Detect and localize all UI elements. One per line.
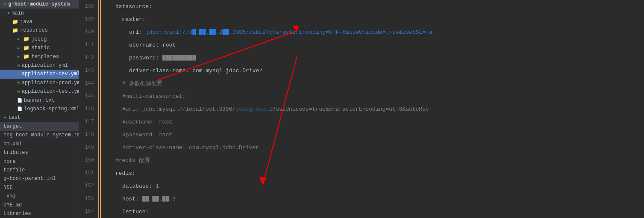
sidebar-item-templates[interactable]: ▸ 📁 templates <box>0 52 79 61</box>
line-number: 144 <box>79 80 98 86</box>
sidebar-item-application-test-yml[interactable]: ⚙ application-test.yml <box>0 87 79 96</box>
sidebar-item-jeecg[interactable]: ▸ 📁 jeecg <box>0 35 79 44</box>
line-number: 141 <box>79 42 98 48</box>
code-line-139: 139 master: <box>79 13 644 26</box>
code-line-149: 149 #driver-class-name: com.mysql.jdbc.D… <box>79 141 644 154</box>
code-text: username: root <box>107 42 644 48</box>
code-text: redis: <box>107 170 644 177</box>
file-tree: ▾ g-boot-module-system ▾ main 📁 java 📁 r… <box>0 0 79 218</box>
code-line-152: 152 database: 1 <box>79 180 644 192</box>
folder-icon: ▸ 📁 <box>17 53 29 60</box>
code-line-153: 153 host: ██.██.██.3 <box>79 192 644 205</box>
line-number: 147 <box>79 119 98 125</box>
yaml-icon: ⚙ <box>17 89 20 94</box>
code-text: datasource: <box>107 3 644 10</box>
sidebar-item-static[interactable]: ▸ 📁 static <box>0 44 79 52</box>
code-line-145: 145 #multi-datasource1: <box>79 90 644 103</box>
yaml-icon: ⚙ <box>17 71 20 77</box>
line-number: 143 <box>79 68 98 74</box>
code-text: #multi-datasource1: <box>107 93 644 100</box>
code-text: #redis 配置 <box>107 156 644 164</box>
line-number: 152 <box>79 183 98 189</box>
line-number: 149 <box>79 144 98 150</box>
yaml-icon: ⚙ <box>17 63 20 68</box>
sidebar-item-terfile[interactable]: terfile <box>0 166 79 174</box>
folder-icon: ▾ <box>7 10 10 16</box>
sidebar-item-iml[interactable]: ecg-boot-module-system.iml <box>0 131 79 139</box>
sidebar-item-application-dev-yml[interactable]: ⚙ application-dev.yml <box>0 70 79 78</box>
txt-icon: 📄 <box>17 98 22 103</box>
sidebar-item-resources[interactable]: 📁 resources <box>0 26 79 35</box>
project-root[interactable]: ▾ g-boot-module-system <box>0 0 79 9</box>
sidebar-item-readme[interactable]: OME.md <box>0 200 79 209</box>
code-text: lettuce: <box>107 209 644 215</box>
code-text: # 多数据源配置 <box>107 80 644 87</box>
sidebar-item-test[interactable]: ▾ test <box>0 113 79 122</box>
code-text: #url: jdbc:mysql://localhost:3306/jeecg-… <box>107 106 644 112</box>
folder-icon: ▸ 📁 <box>17 36 29 42</box>
sidebar-item-java[interactable]: 📁 java <box>0 18 79 26</box>
folder-icon: ▸ 📁 <box>17 45 29 51</box>
code-editor: 138 datasource: 139 master: 140 <box>79 0 644 218</box>
sidebar-item-libraries[interactable]: Libraries <box>0 209 79 218</box>
sidebar-item-dotxml[interactable]: .xml <box>0 192 79 200</box>
sidebar-item-nse[interactable]: NSE <box>0 183 79 192</box>
code-line-154: 154 lettuce: <box>79 205 644 218</box>
line-number: 142 <box>79 55 98 61</box>
code-line-138: 138 datasource: <box>79 0 644 13</box>
sidebar-item-logback-xml[interactable]: 📄 logback-spring.xml <box>0 105 79 113</box>
code-text: password: ██████████ <box>107 55 644 61</box>
code-text: host: ██.██.██.3 <box>107 196 644 202</box>
sidebar-item-banner-txt[interactable]: 📄 banner.txt <box>0 96 79 104</box>
code-line-141: 141 username: root <box>79 38 644 51</box>
sidebar-item-main[interactable]: ▾ main <box>0 9 79 17</box>
line-number: 148 <box>79 132 98 138</box>
line-number: 140 <box>79 29 98 35</box>
sidebar-item-application-prod-yml[interactable]: ⚙ application-prod.yml <box>0 79 79 87</box>
sidebar-item-om-xml[interactable]: om.xml <box>0 140 79 148</box>
code-line-150: 150 #redis 配置 <box>79 154 644 167</box>
code-line-143: 143 driver-class-name: com.mysql.jdbc.Dr… <box>79 64 644 77</box>
code-line-144: 144 # 多数据源配置 <box>79 77 644 90</box>
line-number: 150 <box>79 157 98 163</box>
code-line-151: 151 redis: <box>79 167 644 180</box>
code-text: #password: root <box>107 132 644 138</box>
line-number: 138 <box>79 3 98 9</box>
code-line-140: 140 url: jdbc:mysql://8█.██.██.2██.3306/… <box>79 26 644 38</box>
code-text: url: jdbc:mysql://8█.██.██.2██.3306/cabl… <box>107 29 644 35</box>
sidebar-item-target[interactable]: target <box>0 122 79 131</box>
code-line-147: 147 #username: root <box>79 115 644 128</box>
folder-icon: 📁 <box>12 27 18 34</box>
line-number: 139 <box>79 16 98 22</box>
folder-icon: ▾ <box>3 115 6 121</box>
sidebar-item-parent-iml[interactable]: g-boot-parent.iml <box>0 174 79 183</box>
folder-icon: 📁 <box>12 19 18 25</box>
line-number: 145 <box>79 93 98 99</box>
code-line-146: 146 #url: jdbc:mysql://localhost:3306/je… <box>79 103 644 115</box>
code-lines: 138 datasource: 139 master: 140 <box>79 0 644 218</box>
code-line-142: 142 password: ██████████ <box>79 51 644 64</box>
code-text: master: <box>107 16 644 23</box>
line-number: 151 <box>79 170 98 176</box>
line-number: 153 <box>79 196 98 202</box>
code-text: database: 1 <box>107 183 644 189</box>
sidebar-item-tributes[interactable]: tributes <box>0 148 79 157</box>
xml-icon: 📄 <box>17 106 22 112</box>
yaml-icon: ⚙ <box>17 80 20 85</box>
line-number: 146 <box>79 106 98 112</box>
sidebar-item-nore[interactable]: nore <box>0 157 79 165</box>
code-line-148: 148 #password: root <box>79 128 644 141</box>
line-number: 154 <box>79 209 98 215</box>
sidebar-item-application-yml[interactable]: ⚙ application.yml <box>0 61 79 70</box>
code-text: driver-class-name: com.mysql.jdbc.Driver <box>107 68 644 74</box>
code-text: #driver-class-name: com.mysql.jdbc.Drive… <box>107 144 644 151</box>
folder-icon: ▾ <box>3 1 6 8</box>
code-text: #username: root <box>107 119 644 125</box>
